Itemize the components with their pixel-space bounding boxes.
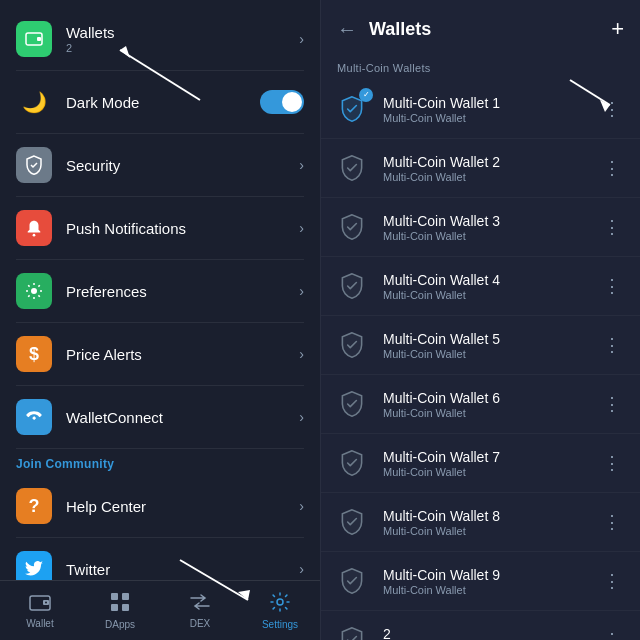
wallet-nav-icon <box>29 593 51 616</box>
wallet-shield-icon <box>333 208 371 246</box>
nav-wallet[interactable]: Wallet <box>0 593 80 629</box>
wallet-shield-icon <box>333 385 371 423</box>
wallets-text: Wallets 2 <box>66 24 299 54</box>
wallet-type: Multi-Coin Wallet <box>383 230 597 242</box>
wallet-item[interactable]: Multi-Coin Wallet 2 Multi-Coin Wallet⋮ <box>321 139 640 198</box>
push-chevron: › <box>299 220 304 236</box>
wallet-item[interactable]: Multi-Coin Wallet 8 Multi-Coin Wallet⋮ <box>321 493 640 552</box>
right-header: ← Wallets + <box>321 0 640 54</box>
push-label: Push Notifications <box>66 220 299 237</box>
community-label: Join Community <box>0 449 320 475</box>
wallet-shield-icon <box>333 621 371 640</box>
wallet-more-button[interactable]: ⋮ <box>597 625 628 640</box>
svg-rect-8 <box>122 593 129 600</box>
wallet-name: Multi-Coin Wallet 3 <box>383 213 597 229</box>
wallet-name: Multi-Coin Wallet 9 <box>383 567 597 583</box>
wallet-more-button[interactable]: ⋮ <box>597 94 628 124</box>
dapps-nav-icon <box>110 592 130 617</box>
wallet-type: Multi-Coin Wallet <box>383 112 597 124</box>
nav-settings[interactable]: Settings <box>240 592 320 630</box>
settings-nav-label: Settings <box>262 619 298 630</box>
wallet-name: Multi-Coin Wallet 4 <box>383 272 597 288</box>
darkmode-text: Dark Mode <box>66 94 260 111</box>
svg-point-3 <box>31 288 37 294</box>
wallet-more-button[interactable]: ⋮ <box>597 448 628 478</box>
wallet-type: Multi-Coin Wallet <box>383 525 597 537</box>
svg-point-2 <box>33 234 36 237</box>
help-label: Help Center <box>66 498 299 515</box>
push-text: Push Notifications <box>66 220 299 237</box>
price-icon: $ <box>16 336 52 372</box>
prefs-chevron: › <box>299 283 304 299</box>
wallet-more-button[interactable]: ⋮ <box>597 507 628 537</box>
help-icon: ? <box>16 488 52 524</box>
wallet-info: Multi-Coin Wallet 1 Multi-Coin Wallet <box>383 95 597 124</box>
wallet-info: Multi-Coin Wallet 3 Multi-Coin Wallet <box>383 213 597 242</box>
wallet-name: Multi-Coin Wallet 7 <box>383 449 597 465</box>
svg-rect-10 <box>122 604 129 611</box>
wallets-label: Wallets <box>66 24 299 41</box>
wallet-info: 2 Multi-Coin Wallet <box>383 626 597 641</box>
wallet-more-button[interactable]: ⋮ <box>597 271 628 301</box>
wallet-type: Multi-Coin Wallet <box>383 407 597 419</box>
svg-point-11 <box>277 599 283 605</box>
wallet-info: Multi-Coin Wallet 7 Multi-Coin Wallet <box>383 449 597 478</box>
walletconnect-icon <box>16 399 52 435</box>
price-label: Price Alerts <box>66 346 299 363</box>
wallets-icon <box>16 21 52 57</box>
prefs-label: Preferences <box>66 283 299 300</box>
menu-item-price[interactable]: $ Price Alerts › <box>0 323 320 385</box>
svg-rect-1 <box>37 37 41 41</box>
wallet-item[interactable]: Multi-Coin Wallet 4 Multi-Coin Wallet⋮ <box>321 257 640 316</box>
add-wallet-button[interactable]: + <box>611 16 624 42</box>
wallet-item[interactable]: Multi-Coin Wallet 3 Multi-Coin Wallet⋮ <box>321 198 640 257</box>
price-chevron: › <box>299 346 304 362</box>
wallet-name: Multi-Coin Wallet 8 <box>383 508 597 524</box>
dapps-nav-label: DApps <box>105 619 135 630</box>
wallet-item[interactable]: 2 Multi-Coin Wallet⋮ <box>321 611 640 640</box>
wallet-more-button[interactable]: ⋮ <box>597 212 628 242</box>
wallet-item[interactable]: Multi-Coin Wallet 5 Multi-Coin Wallet⋮ <box>321 316 640 375</box>
wallet-shield-icon <box>333 326 371 364</box>
wallet-more-button[interactable]: ⋮ <box>597 330 628 360</box>
wallet-more-button[interactable]: ⋮ <box>597 566 628 596</box>
menu-item-push[interactable]: Push Notifications › <box>0 197 320 259</box>
left-panel: Wallets 2 › 🌙 Dark Mode <box>0 0 320 640</box>
walletconnect-text: WalletConnect <box>66 409 299 426</box>
wallet-info: Multi-Coin Wallet 4 Multi-Coin Wallet <box>383 272 597 301</box>
menu-item-wallets[interactable]: Wallets 2 › <box>0 8 320 70</box>
wallet-info: Multi-Coin Wallet 9 Multi-Coin Wallet <box>383 567 597 596</box>
nav-dex[interactable]: DEX <box>160 593 240 629</box>
wallet-more-button[interactable]: ⋮ <box>597 389 628 419</box>
menu-item-prefs[interactable]: Preferences › <box>0 260 320 322</box>
wallet-more-button[interactable]: ⋮ <box>597 153 628 183</box>
menu-item-help[interactable]: ? Help Center › <box>0 475 320 537</box>
wallets-sublabel: 2 <box>66 42 299 54</box>
wallet-item[interactable]: Multi-Coin Wallet 9 Multi-Coin Wallet⋮ <box>321 552 640 611</box>
back-button[interactable]: ← <box>337 18 357 41</box>
wallet-type: Multi-Coin Wallet <box>383 171 597 183</box>
menu-item-darkmode[interactable]: 🌙 Dark Mode <box>0 71 320 133</box>
wallet-shield-icon <box>333 503 371 541</box>
price-text: Price Alerts <box>66 346 299 363</box>
nav-dapps[interactable]: DApps <box>80 592 160 630</box>
help-text: Help Center <box>66 498 299 515</box>
wallet-item[interactable]: Multi-Coin Wallet 1 Multi-Coin Wallet⋮ <box>321 80 640 139</box>
help-chevron: › <box>299 498 304 514</box>
twitter-chevron: › <box>299 561 304 577</box>
wallet-item[interactable]: Multi-Coin Wallet 6 Multi-Coin Wallet⋮ <box>321 375 640 434</box>
wallet-name: Multi-Coin Wallet 2 <box>383 154 597 170</box>
right-header-left: ← Wallets <box>337 18 431 41</box>
prefs-text: Preferences <box>66 283 299 300</box>
darkmode-toggle[interactable] <box>260 90 304 114</box>
menu-item-walletconnect[interactable]: WalletConnect › <box>0 386 320 448</box>
menu-item-twitter[interactable]: Twitter › <box>0 538 320 580</box>
security-icon <box>16 147 52 183</box>
wallet-list: Multi-Coin Wallet 1 Multi-Coin Wallet⋮ M… <box>321 80 640 640</box>
wallet-shield-icon <box>333 444 371 482</box>
wallet-info: Multi-Coin Wallet 2 Multi-Coin Wallet <box>383 154 597 183</box>
wallet-name: Multi-Coin Wallet 5 <box>383 331 597 347</box>
menu-item-security[interactable]: Security › <box>0 134 320 196</box>
wallet-info: Multi-Coin Wallet 5 Multi-Coin Wallet <box>383 331 597 360</box>
wallet-item[interactable]: Multi-Coin Wallet 7 Multi-Coin Wallet⋮ <box>321 434 640 493</box>
